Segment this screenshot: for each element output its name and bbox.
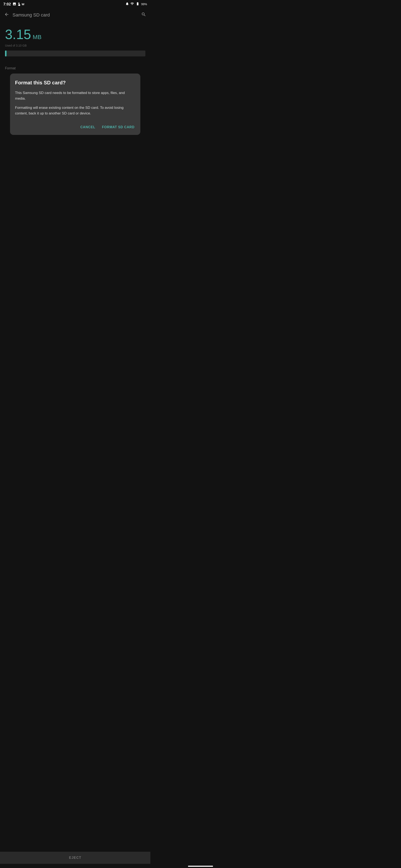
search-icon[interactable] [141,12,146,18]
dialog-body-first: This Samsung SD card needs to be formatt… [15,90,135,101]
cancel-button[interactable]: CANCEL [80,124,96,131]
photo-icon [12,2,16,6]
silent-icon [125,2,129,6]
storage-bar [5,51,145,56]
status-bar-right: 99% [125,2,147,6]
status-bar: 7:02 w [0,0,150,8]
battery-text: 99% [141,2,147,6]
storage-number: 3.15 [5,27,31,42]
storage-unit: MB [33,34,41,40]
storage-bar-fill [5,51,6,56]
format-label: Format [5,66,145,70]
format-section: Format Format this SD card? This Samsung… [0,66,150,135]
status-icons: w [12,2,24,6]
dialog-overlay: Format this SD card? This Samsung SD car… [10,73,140,135]
dialog-actions: CANCEL FORMAT SD CARD [15,122,135,131]
storage-content: 3.15 MB Used of 3.10 GB [0,22,150,66]
status-time: 7:02 [3,2,11,6]
wifi-icon [130,2,134,6]
format-dialog: Format this SD card? This Samsung SD car… [10,73,140,135]
dialog-body-second: Formatting will erase existing content o… [15,105,135,116]
page-title: Samsung SD card [12,12,141,18]
storage-subtitle: Used of 3.10 GB [5,44,145,47]
w-icon: w [22,2,24,6]
format-sd-card-button[interactable]: FORMAT SD CARD [101,124,135,131]
app-bar: Samsung SD card [0,8,150,22]
back-button[interactable] [4,12,9,18]
touch-icon [17,2,21,6]
status-bar-left: 7:02 w [3,2,24,6]
battery-icon [135,2,140,6]
storage-size: 3.15 MB [5,27,145,42]
dialog-title: Format this SD card? [15,80,135,86]
